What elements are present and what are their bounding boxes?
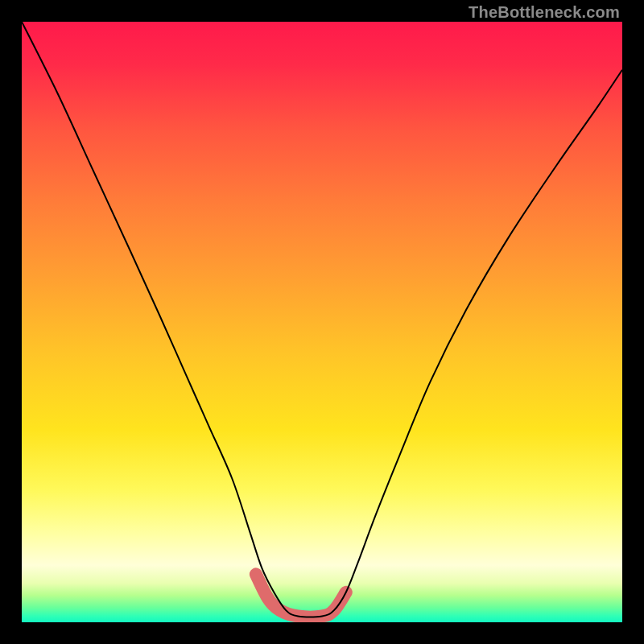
watermark-text: TheBottleneck.com — [469, 3, 620, 22]
bottleneck-curve-path — [22, 22, 622, 617]
plot-area — [22, 22, 622, 622]
chart-frame: TheBottleneck.com — [0, 0, 644, 644]
chart-svg — [22, 22, 622, 622]
optimal-band-path — [256, 574, 346, 617]
